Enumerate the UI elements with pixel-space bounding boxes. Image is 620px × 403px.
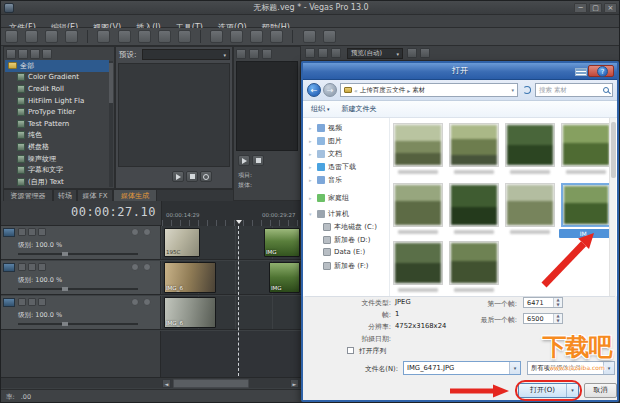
spin-down-icon[interactable]: ▼ bbox=[554, 319, 562, 324]
chevron-down-icon[interactable]: ▾ bbox=[509, 362, 520, 374]
timeline-ruler[interactable]: 00:00:14:29 00:00:29:27 bbox=[161, 201, 301, 226]
preview-icon-4[interactable] bbox=[407, 48, 417, 58]
cancel-button[interactable]: 取消 bbox=[584, 383, 617, 398]
file-thumbnail[interactable] bbox=[505, 123, 555, 167]
ignore-grouping-icon[interactable] bbox=[270, 30, 283, 43]
play-button[interactable] bbox=[172, 171, 184, 182]
sidebar-item-homegroup[interactable]: ▸ 家庭组 bbox=[309, 193, 349, 203]
tree-item-color-gradient[interactable]: Color Gradient bbox=[5, 72, 109, 84]
envelope-edit-tool-icon[interactable] bbox=[323, 30, 336, 43]
breadcrumb-root[interactable]: 上传百度云文件 bbox=[360, 86, 406, 95]
file-list-scrollbar[interactable] bbox=[609, 118, 616, 296]
help-icon[interactable]: ? bbox=[597, 66, 608, 77]
file-thumbnail[interactable] bbox=[449, 123, 499, 167]
trimmer-icon-3[interactable] bbox=[262, 49, 272, 59]
sidebar-item-pictures[interactable]: ▸ 图片 bbox=[309, 136, 342, 146]
level-value[interactable]: 100.0 % bbox=[35, 241, 62, 249]
open-project-icon[interactable] bbox=[25, 30, 38, 43]
mute-icon[interactable] bbox=[131, 228, 139, 236]
preview-icon-2[interactable] bbox=[318, 48, 328, 58]
search-input[interactable]: 搜索 素材 bbox=[535, 83, 613, 97]
star-icon[interactable] bbox=[6, 49, 16, 59]
track-content-2[interactable]: IMG_6 IMG bbox=[161, 261, 301, 295]
copy-icon[interactable] bbox=[118, 30, 131, 43]
track-content-3[interactable]: IMG_6 bbox=[161, 296, 301, 330]
track-header-2[interactable]: 级别: 100.0 % bbox=[1, 261, 161, 295]
minimize-icon[interactable]: ─ bbox=[574, 3, 587, 13]
fx-icon[interactable] bbox=[28, 263, 36, 271]
expand-icon[interactable]: ▸ bbox=[309, 125, 314, 131]
level-slider[interactable] bbox=[18, 323, 138, 325]
level-slider[interactable] bbox=[18, 253, 138, 255]
stop-button[interactable] bbox=[186, 171, 198, 182]
sidebar-item-computer[interactable]: ▾ 计算机 bbox=[309, 209, 349, 219]
bus-icon[interactable] bbox=[18, 228, 26, 236]
new-project-icon[interactable] bbox=[5, 30, 18, 43]
tree-item-test-pattern[interactable]: Test Pattern bbox=[5, 118, 109, 130]
change-view-icon[interactable] bbox=[575, 68, 587, 76]
timecode-display[interactable]: 00:00:27.10 bbox=[71, 205, 156, 219]
sidebar-item-drive-e[interactable]: Data (E:) bbox=[323, 248, 365, 256]
sidebar-item-drive-c[interactable]: 本地磁盘 (C:) bbox=[323, 222, 377, 232]
address-dropdown-icon[interactable]: ▾ bbox=[511, 87, 514, 93]
organize-button[interactable]: 组织 ▾ bbox=[311, 104, 330, 114]
chevron-down-icon[interactable]: ▾ bbox=[603, 362, 614, 374]
open-sequence-checkbox[interactable] bbox=[347, 347, 354, 354]
preview-icon-3[interactable] bbox=[331, 48, 341, 58]
tree-item-solid-color[interactable]: 纯色 bbox=[5, 130, 109, 142]
back-icon[interactable]: ← bbox=[307, 83, 321, 97]
first-frame-input[interactable]: 6471 ▲▼ bbox=[523, 297, 563, 308]
tab-transitions[interactable]: 转场 bbox=[53, 189, 77, 201]
breadcrumb-current[interactable]: 素材 bbox=[412, 86, 425, 95]
timeline-empty-area[interactable] bbox=[161, 331, 301, 377]
timeline-clip[interactable]: IMG_6 bbox=[164, 262, 216, 293]
loop-button[interactable] bbox=[200, 171, 212, 182]
file-thumbnail[interactable] bbox=[393, 241, 443, 285]
project-properties-icon[interactable] bbox=[65, 30, 78, 43]
last-frame-input[interactable]: 6500 ▲▼ bbox=[523, 313, 563, 324]
timeline-clip[interactable]: IMG_6 bbox=[164, 297, 216, 328]
auto-ripple-icon[interactable] bbox=[230, 30, 243, 43]
automation-icon[interactable] bbox=[38, 298, 46, 306]
timeline-clip[interactable]: IMG bbox=[264, 228, 300, 257]
normal-edit-tool-icon[interactable] bbox=[303, 30, 316, 43]
preset-combobox[interactable]: ▾ bbox=[142, 49, 230, 60]
expand-icon[interactable]: ▸ bbox=[309, 177, 314, 183]
refresh-icon[interactable] bbox=[42, 49, 52, 59]
sidebar-item-videos[interactable]: ▸ 视频 bbox=[309, 123, 342, 133]
breadcrumb-overflow-icon[interactable]: « bbox=[354, 87, 358, 94]
track-content-1[interactable]: 195C IMG bbox=[161, 226, 301, 260]
tab-explorer[interactable]: 资源管理器 bbox=[3, 189, 53, 201]
scroll-thumb[interactable] bbox=[173, 379, 249, 388]
maximize-icon[interactable]: ▢ bbox=[589, 3, 602, 13]
solo-icon[interactable] bbox=[143, 263, 151, 271]
trimmer-play-button[interactable] bbox=[238, 155, 250, 166]
expand-icon[interactable]: ▸ bbox=[309, 164, 314, 170]
level-value[interactable]: 100.0 % bbox=[35, 276, 62, 284]
spin-down-icon[interactable]: ▼ bbox=[554, 303, 562, 308]
filename-input[interactable]: IMG_6471.JPG ▾ bbox=[403, 361, 521, 375]
sidebar-item-drive-d[interactable]: 新加卷 (D:) bbox=[323, 235, 370, 245]
preset-list[interactable] bbox=[118, 63, 230, 167]
cursor-marker-icon[interactable] bbox=[236, 220, 242, 224]
file-thumbnail[interactable] bbox=[561, 123, 611, 167]
file-thumbnail[interactable] bbox=[449, 183, 499, 227]
lock-envelopes-icon[interactable] bbox=[250, 30, 263, 43]
new-folder-button[interactable]: 新建文件夹 bbox=[342, 104, 377, 114]
level-slider[interactable] bbox=[18, 288, 138, 290]
scroll-right-icon[interactable]: ► bbox=[290, 379, 299, 388]
tab-media-fx[interactable]: 媒体 FX bbox=[77, 189, 113, 201]
bus-icon[interactable] bbox=[18, 263, 26, 271]
tree-item-checkerboard[interactable]: 棋盘格 bbox=[5, 141, 109, 153]
file-type-dropdown[interactable]: 所有项目媒体文件 ▾ bbox=[527, 361, 615, 375]
sidebar-item-drive-f[interactable]: 新加卷 (F:) bbox=[323, 261, 369, 271]
tab-media-generators[interactable]: 媒体生成 bbox=[113, 189, 157, 201]
tree-item-noise-texture[interactable]: 噪声纹理 bbox=[5, 153, 109, 165]
folder-up-icon[interactable] bbox=[18, 49, 28, 59]
track-header-3[interactable]: 级别: 100.0 % bbox=[1, 296, 161, 330]
preview-icon-5[interactable] bbox=[420, 48, 430, 58]
bus-icon[interactable] bbox=[18, 298, 26, 306]
tree-scrollbar[interactable] bbox=[109, 61, 113, 187]
timeline-clip[interactable]: 195C bbox=[164, 228, 200, 257]
file-thumbnail[interactable] bbox=[505, 183, 555, 227]
